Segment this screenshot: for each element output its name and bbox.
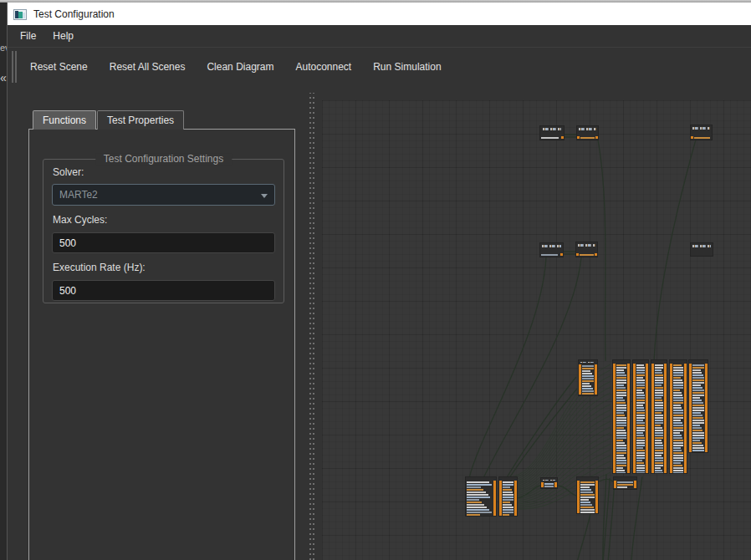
output-port-icon[interactable] — [561, 136, 564, 139]
solver-combobox[interactable]: MARTe2 — [52, 184, 275, 206]
output-port-icon[interactable] — [493, 513, 496, 516]
node-row-text — [694, 137, 710, 139]
output-port-icon[interactable] — [595, 136, 598, 139]
run-simulation-button[interactable]: Run Simulation — [367, 57, 447, 77]
node-port-row — [579, 392, 597, 395]
main-content: Functions Test Properties Test Configura… — [8, 86, 751, 560]
edge-layer — [322, 100, 751, 560]
node-port-row — [540, 253, 563, 256]
output-port-icon[interactable] — [554, 485, 557, 487]
graph-node-bottom-mid[interactable] — [576, 476, 599, 514]
input-port-icon[interactable] — [633, 471, 636, 474]
output-port-icon[interactable] — [634, 486, 636, 488]
max-cycles-label: Max Cycles: — [53, 214, 284, 226]
app-icon — [13, 8, 27, 19]
input-port-icon[interactable] — [541, 485, 544, 487]
output-port-icon[interactable] — [664, 471, 667, 474]
node-port-row — [614, 486, 636, 488]
clean-diagram-button[interactable]: Clean Diagram — [201, 57, 279, 77]
output-port-icon[interactable] — [595, 392, 597, 395]
collapse-panel-icon[interactable]: « — [0, 71, 7, 84]
graph-node-top-left-b[interactable] — [576, 125, 599, 140]
node-row-text — [541, 137, 559, 139]
graph-node-bottom-wide[interactable] — [465, 476, 497, 517]
node-row-text — [617, 486, 627, 488]
background-window-sliver: ev « — [0, 3, 7, 560]
graph-node-mid-right[interactable] — [690, 242, 713, 257]
input-port-icon[interactable] — [614, 486, 616, 488]
node-port-row — [466, 513, 496, 516]
solver-label: Solver: — [53, 166, 284, 178]
graph-node-bottom-small[interactable] — [540, 477, 558, 489]
node-port-row — [613, 471, 630, 474]
input-port-icon[interactable] — [691, 136, 693, 139]
output-port-icon[interactable] — [560, 253, 563, 256]
node-row-text — [580, 137, 595, 139]
node-title-strip — [692, 127, 710, 130]
graph-node-bottom-right[interactable] — [613, 476, 637, 490]
graph-node-cluster-head[interactable] — [578, 359, 598, 396]
functions-tab-page: Test Configuration Settings Solver: MART… — [28, 129, 295, 560]
output-port-icon[interactable] — [514, 513, 517, 516]
output-port-icon[interactable] — [595, 253, 597, 256]
graph-node-top-right[interactable] — [690, 125, 713, 140]
node-port-row — [577, 511, 598, 513]
graph-node-cluster-col-1[interactable] — [612, 359, 631, 474]
node-row-text — [673, 472, 683, 474]
input-port-icon[interactable] — [689, 451, 692, 453]
left-panel-tabs: Functions Test Properties — [33, 110, 185, 130]
node-row-text — [636, 472, 645, 474]
output-port-icon[interactable] — [684, 471, 687, 474]
node-title-strip — [543, 128, 562, 130]
node-row-text — [655, 472, 663, 474]
input-port-icon[interactable] — [651, 471, 654, 474]
input-port-icon[interactable] — [579, 392, 581, 395]
input-port-icon[interactable] — [577, 511, 580, 513]
max-cycles-input[interactable] — [52, 232, 275, 253]
group-title: Test Configuration Settings — [95, 153, 232, 165]
execution-rate-label: Execution Rate (Hz): — [53, 262, 284, 273]
node-title-strip — [580, 362, 595, 363]
tab-test-properties[interactable]: Test Properties — [97, 110, 184, 130]
node-port-row — [651, 471, 667, 474]
input-port-icon[interactable] — [613, 471, 616, 474]
node-row-text — [467, 514, 480, 516]
graph-node-cluster-col-2[interactable] — [632, 359, 649, 474]
graph-node-bottom-col[interactable] — [498, 476, 518, 517]
node-port-row — [633, 471, 648, 474]
chevron-down-icon — [261, 194, 268, 198]
reset-scene-button[interactable]: Reset Scene — [24, 57, 94, 77]
output-port-icon[interactable] — [627, 471, 630, 474]
node-row-text — [582, 393, 594, 395]
panel-splitter[interactable] — [309, 93, 316, 560]
menu-file[interactable]: File — [12, 27, 44, 45]
node-row-text — [541, 254, 558, 256]
node-title-strip — [542, 245, 560, 247]
graph-node-mid-left-b[interactable] — [575, 242, 598, 257]
toolbar-drag-handle[interactable] — [12, 51, 18, 83]
autoconnect-button[interactable]: Autoconnect — [289, 57, 357, 77]
input-port-icon[interactable] — [499, 513, 502, 516]
test-configuration-window: Test Configuration File Help Reset Scene… — [7, 3, 751, 560]
node-port-row — [499, 513, 517, 516]
input-port-icon[interactable] — [576, 253, 579, 256]
tab-functions[interactable]: Functions — [33, 110, 96, 130]
menu-help[interactable]: Help — [44, 27, 82, 45]
graph-node-mid-left-a[interactable] — [539, 242, 564, 257]
input-port-icon[interactable] — [577, 136, 580, 139]
node-diagram-canvas[interactable] — [322, 100, 751, 560]
output-port-icon[interactable] — [595, 511, 598, 513]
reset-all-scenes-button[interactable]: Reset All Scenes — [104, 57, 192, 77]
titlebar[interactable]: Test Configuration — [8, 3, 751, 25]
graph-node-cluster-col-5[interactable] — [688, 359, 708, 453]
input-port-icon[interactable] — [670, 471, 672, 474]
graph-node-top-left-a[interactable] — [539, 125, 565, 140]
output-port-icon[interactable] — [705, 451, 708, 453]
graph-node-cluster-col-4[interactable] — [669, 359, 687, 474]
execution-rate-input[interactable] — [52, 280, 275, 301]
solver-value: MARTe2 — [59, 189, 98, 201]
node-port-row — [689, 451, 708, 453]
output-port-icon[interactable] — [646, 471, 648, 474]
graph-node-cluster-col-3[interactable] — [651, 359, 667, 474]
node-title-strip — [692, 245, 710, 247]
